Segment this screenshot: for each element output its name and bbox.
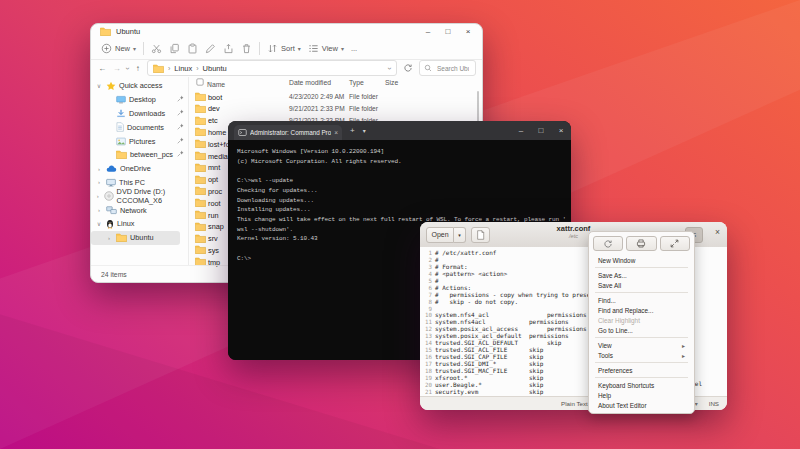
menu-item-label: Help [598, 392, 611, 399]
folder-icon [195, 151, 206, 160]
sort-button[interactable]: Sort▾ [267, 43, 301, 54]
chevron-down-icon[interactable]: ∨ [95, 220, 103, 227]
sidebar-item-linux[interactable]: ∨Linux [91, 217, 188, 231]
folder-icon [195, 198, 206, 207]
open-button[interactable]: Open [426, 227, 454, 243]
up-button[interactable]: ↑ [133, 64, 143, 73]
menu-item-label: Find and Replace... [598, 307, 653, 314]
printer-icon [636, 239, 646, 248]
breadcrumb[interactable]: › Linux › Ubuntu › [147, 60, 397, 76]
sidebar-item-quick-access[interactable]: ∨Quick access [91, 79, 188, 93]
delete-button[interactable] [241, 43, 252, 54]
line-number: 13 [420, 333, 435, 340]
refresh-icon[interactable] [401, 63, 415, 73]
tab-dropdown-button[interactable]: ▾ [363, 127, 366, 134]
terminal-line [237, 166, 571, 176]
share-button[interactable] [223, 43, 234, 54]
paste-button[interactable] [187, 43, 198, 54]
line-text: # skip - do not copy. [435, 299, 518, 306]
more-options-button[interactable]: ... [351, 44, 357, 53]
reload-button[interactable] [593, 236, 623, 251]
column-header-size[interactable]: Size [385, 79, 398, 86]
sidebar-item-between-pcs[interactable]: between_pcs [91, 148, 188, 162]
menu-item-keyboard-shortcuts[interactable]: Keyboard Shortcuts [593, 380, 690, 390]
tab-close-icon[interactable]: × [334, 129, 338, 136]
sidebar-item-ubuntu[interactable]: ›Ubuntu [91, 231, 180, 245]
menu-item-new-window[interactable]: New Window [593, 255, 690, 265]
open-dropdown-button[interactable]: ▾ [454, 227, 466, 243]
maximize-button[interactable]: □ [531, 124, 551, 137]
back-button[interactable]: ← [97, 64, 107, 73]
explorer-titlebar[interactable]: Ubuntu – □ × [91, 24, 482, 38]
chevron-right-icon[interactable]: › [95, 207, 103, 213]
menu-item-label: Tools [598, 352, 613, 359]
file-name: opt [208, 175, 218, 184]
sidebar-item-label: Documents [127, 123, 164, 132]
new-tab-button[interactable]: + [350, 126, 355, 135]
menu-item-find[interactable]: Find... [593, 295, 690, 305]
chevron-down-icon[interactable]: ∨ [95, 82, 103, 89]
search-input[interactable] [435, 64, 471, 73]
sidebar-item-pictures[interactable]: Pictures [91, 134, 188, 148]
line-number: 6 [420, 285, 435, 292]
folder-icon [195, 222, 206, 231]
minimize-button[interactable]: – [511, 124, 531, 137]
terminal-titlebar[interactable]: Administrator: Command Promp × + ▾ – □ × [228, 121, 571, 140]
sidebar-item-dvd-drive-d-cccoma-x6[interactable]: ›DVD Drive (D:) CCCOMA_X6 [91, 189, 188, 203]
maximize-button[interactable]: □ [438, 25, 458, 38]
new-document-button[interactable] [471, 227, 490, 243]
select-all-checkbox[interactable] [196, 78, 204, 86]
sidebar-item-downloads[interactable]: Downloads [91, 107, 188, 121]
column-header-type[interactable]: Type [349, 79, 364, 86]
search-icon [424, 64, 432, 72]
line-number: 21 [420, 389, 435, 396]
print-button[interactable] [626, 236, 656, 251]
menu-item-save-as[interactable]: Save As... [593, 270, 690, 280]
file-row-dev[interactable]: dev9/21/2021 2:33 PMFile folder [189, 103, 482, 115]
menu-item-tools[interactable]: Tools▸ [593, 350, 690, 360]
explorer-address-row: ← → › ↑ › Linux › Ubuntu › [91, 59, 482, 77]
recent-locations-button[interactable]: › [123, 67, 132, 70]
menu-item-go-to-line[interactable]: Go to Line... [593, 325, 690, 335]
menu-item-about-text-editor[interactable]: About Text Editor [593, 400, 690, 410]
menu-item-view[interactable]: View▸ [593, 340, 690, 350]
rename-button[interactable] [205, 43, 216, 54]
menu-item-save-all[interactable]: Save All [593, 280, 690, 290]
file-name: proc [208, 187, 222, 196]
close-button[interactable]: × [458, 25, 478, 38]
terminal-line: Installing updates... [237, 205, 571, 215]
menu-item-help[interactable]: Help [593, 390, 690, 400]
chevron-right-icon[interactable]: › [95, 166, 103, 172]
menu-item-label: About Text Editor [598, 402, 647, 409]
copy-icon [169, 43, 180, 54]
fullscreen-button[interactable] [660, 236, 690, 251]
sidebar-item-documents[interactable]: Documents [91, 120, 188, 134]
sidebar-item-desktop[interactable]: Desktop [91, 93, 188, 107]
chevron-right-icon[interactable]: › [95, 179, 103, 185]
sidebar-item-onedrive[interactable]: ›OneDrive [91, 162, 188, 176]
chevron-right-icon[interactable]: › [105, 235, 113, 241]
close-button[interactable]: × [551, 124, 571, 137]
statusbar-dropdown-icon[interactable]: ▾ [695, 400, 698, 407]
column-header-date[interactable]: Date modified [289, 79, 331, 86]
view-button[interactable]: View▾ [308, 43, 344, 54]
desktop: Ubuntu – □ × New▾ Sort▾ [0, 0, 800, 449]
cut-button[interactable] [151, 43, 162, 54]
menu-item-find-and-replace[interactable]: Find and Replace... [593, 305, 690, 315]
file-name: mnt [208, 163, 220, 172]
breadcrumb-segment-ubuntu[interactable]: Ubuntu [203, 64, 227, 73]
address-dropdown-icon[interactable]: › [385, 67, 394, 70]
menu-item-preferences[interactable]: Preferences [593, 365, 690, 375]
file-row-boot[interactable]: boot4/23/2020 2:49 AMFile folder [189, 91, 482, 103]
terminal-tab[interactable]: Administrator: Command Promp × [234, 125, 342, 140]
breadcrumb-segment-linux[interactable]: Linux [174, 64, 192, 73]
close-button[interactable]: × [715, 227, 720, 237]
editor-menu-popup: New WindowSave As...Save AllFind...Find … [588, 231, 695, 414]
forward-button[interactable]: → [111, 64, 121, 73]
new-button[interactable]: New▾ [101, 43, 136, 54]
minimize-button[interactable]: – [418, 25, 438, 38]
copy-button[interactable] [169, 43, 180, 54]
search-box[interactable] [419, 60, 476, 76]
chevron-right-icon[interactable]: › [95, 193, 101, 199]
line-number: 2 [420, 257, 435, 264]
